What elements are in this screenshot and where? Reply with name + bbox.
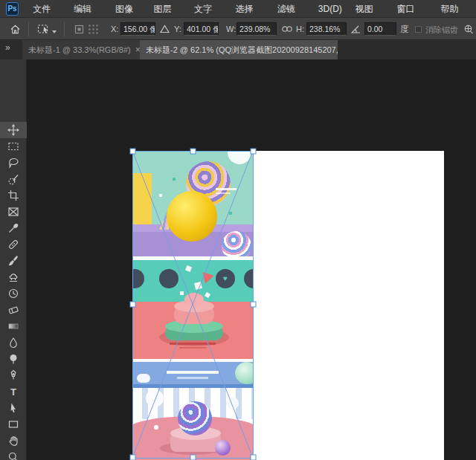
menu-3d[interactable]: 3D(D): [312, 0, 349, 18]
home-icon[interactable]: [10, 18, 21, 40]
y-label: Y:: [174, 25, 181, 33]
move-tool[interactable]: [0, 122, 27, 138]
artwork-white-tree: [146, 389, 164, 407]
tab-title: 未标题-1 @ 33.3%(RGB/8#): [28, 45, 131, 56]
menu-layer[interactable]: 图层(L): [147, 0, 187, 18]
reference-point-toggle-icon[interactable]: [74, 18, 84, 40]
artwork-purple-ball: [215, 440, 231, 456]
w-input[interactable]: 239.08%: [237, 22, 277, 36]
lasso-tool[interactable]: [0, 155, 27, 171]
artwork-falling-cone: [199, 272, 214, 285]
transform-options-bar: X: 156.00 像素 Y: 401.00 像素 W: 239.08% H: …: [0, 18, 476, 40]
zoom-tool[interactable]: [0, 449, 27, 460]
artwork-mint-ball: [235, 362, 254, 384]
artwork-white-tree: [226, 397, 239, 409]
artwork-caption-line: [177, 377, 208, 379]
artwork-section-pink: [132, 302, 254, 359]
eyedropper-tool[interactable]: [0, 220, 27, 236]
artwork-striped-ball-blue: [178, 401, 212, 435]
chevron-down-icon: [52, 30, 57, 33]
photoshop-logo-icon: Ps: [6, 2, 19, 16]
menu-file[interactable]: 文件(F): [26, 0, 67, 18]
history-brush-tool[interactable]: [0, 285, 27, 302]
photoshop-window: Ps 文件(F) 编辑(E) 图像(I) 图层(L) 文字(Y) 选择(S) 滤…: [0, 0, 476, 460]
h-label: H:: [296, 25, 304, 33]
menu-view[interactable]: 视图(V): [349, 0, 390, 18]
artwork-caption-line: [216, 192, 231, 194]
options-separator: [64, 22, 65, 36]
link-dimensions-icon[interactable]: [281, 18, 293, 40]
artwork-pink-floor: [132, 416, 254, 460]
antialias-label: 消除锯齿: [425, 25, 458, 36]
relative-position-delta-icon[interactable]: [160, 18, 170, 40]
w-label: W:: [226, 25, 236, 33]
crop-tool[interactable]: [0, 187, 27, 204]
pen-tool[interactable]: [0, 367, 27, 383]
artwork-caption-line: [216, 188, 237, 190]
collapse-panels-icon[interactable]: »: [5, 42, 10, 53]
document-tab-bar: » 未标题-1 @ 33.3%(RGB/8#) × 未标题-2 @ 62.1% …: [0, 40, 476, 59]
clone-stamp-tool[interactable]: [0, 269, 27, 285]
transform-tool-icon[interactable]: [37, 18, 57, 40]
h-input[interactable]: 238.16%: [306, 22, 347, 36]
rectangular-marquee-tool[interactable]: [0, 138, 27, 155]
dodge-tool[interactable]: [0, 351, 27, 367]
menu-help[interactable]: 帮助(H): [434, 0, 476, 18]
menu-select[interactable]: 选择(S): [229, 0, 271, 18]
tab-untitled-2-active[interactable]: 未标题-2 @ 62.1% (QQ浏览器截图20200928145207, RG…: [140, 40, 338, 59]
frame-tool[interactable]: [0, 204, 27, 220]
gradient-tool[interactable]: [0, 318, 27, 334]
artwork-yellow-ball: [167, 191, 217, 242]
options-separator: [28, 22, 29, 36]
eraser-tool[interactable]: [0, 302, 27, 318]
quick-selection-tool[interactable]: [0, 171, 27, 187]
pasted-image-layer[interactable]: ♥: [132, 151, 254, 460]
menu-window[interactable]: 窗口(W): [390, 0, 434, 18]
artwork-section-blue-header: [132, 362, 254, 386]
options-extra-icon[interactable]: [463, 18, 474, 40]
x-input[interactable]: 156.00 像素: [120, 22, 155, 36]
menu-bar: Ps 文件(F) 编辑(E) 图像(I) 图层(L) 文字(Y) 选择(S) 滤…: [0, 0, 476, 18]
blur-tool[interactable]: [0, 334, 27, 351]
tools-panel: T ••• ⇄: [0, 59, 27, 460]
degree-unit-label: 度: [400, 24, 409, 35]
reference-point-locator-icon: [88, 18, 99, 40]
menu-edit[interactable]: 编辑(E): [67, 0, 109, 18]
tab-untitled-1[interactable]: 未标题-1 @ 33.3%(RGB/8#) ×: [22, 40, 140, 59]
brush-tool[interactable]: [0, 253, 27, 269]
canvas-area[interactable]: ♥: [27, 59, 476, 460]
artwork-cloud: [137, 374, 150, 383]
menu-filter[interactable]: 滤镜(T): [271, 0, 312, 18]
hand-tool[interactable]: [0, 433, 27, 449]
antialias-checkbox[interactable]: [415, 26, 422, 33]
rectangle-shape-tool[interactable]: [0, 416, 27, 433]
type-tool[interactable]: T: [0, 383, 27, 400]
artwork-caption-line: [170, 343, 216, 345]
spot-healing-brush-tool[interactable]: [0, 236, 27, 253]
menu-image[interactable]: 图像(I): [109, 0, 147, 18]
y-input[interactable]: 401.00 像素: [184, 22, 219, 36]
rotate-angle-icon: [351, 18, 361, 40]
path-selection-tool[interactable]: [0, 400, 27, 416]
artwork-section-mint: [132, 151, 254, 256]
tab-title: 未标题-2 @ 62.1% (QQ浏览器截图20200928145207, RG…: [146, 45, 338, 56]
menu-type[interactable]: 文字(Y): [187, 0, 229, 18]
x-label: X:: [111, 25, 118, 33]
angle-input[interactable]: 0.00: [364, 22, 396, 36]
artwork-caption-line: [179, 347, 206, 349]
artwork-white-circle: [228, 151, 251, 164]
artwork-caption-line: [167, 371, 219, 374]
heart-icon: ♥: [216, 269, 235, 288]
